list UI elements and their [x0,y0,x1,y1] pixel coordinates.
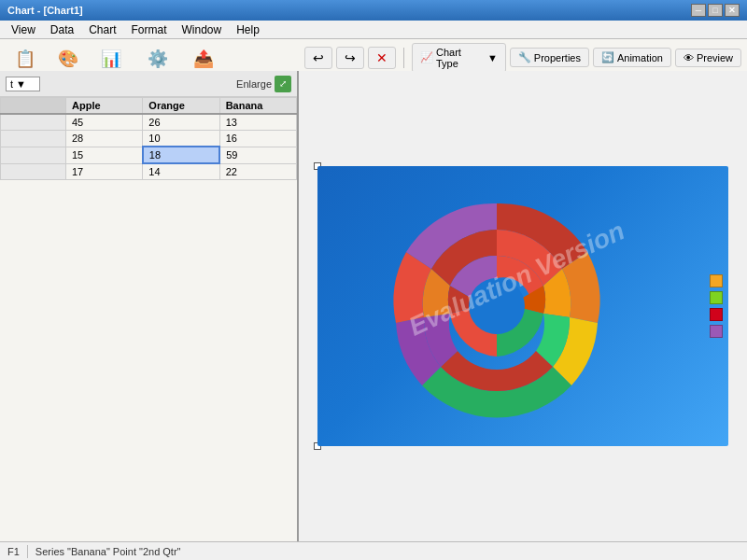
row-num-3 [1,147,66,163]
redo-icon: ↪ [345,50,356,65]
properties-icon: 🔧 [518,51,531,63]
table-row: 28 10 16 [1,131,297,147]
preview-icon: 👁 [684,52,694,63]
status-bar: F1 Series "Banana" Point "2nd Qtr" [0,541,747,560]
row-num-1 [1,114,66,131]
animation-label: Animation [617,52,663,63]
cell-apple-2[interactable]: 28 [66,131,143,147]
minimize-button[interactable]: ─ [691,4,706,17]
toolbar-separator [403,48,404,68]
enlarge-button[interactable]: Enlarge ⤢ [236,76,291,92]
left-panel: t ▼ Enlarge ⤢ Apple Orange Banana [0,71,299,541]
table-row: 15 18 59 [1,147,297,163]
animation-button[interactable]: 🔄 Animation [593,48,671,67]
col-banana: Banana [219,98,296,115]
panel-header: t ▼ Enlarge ⤢ [0,71,297,97]
properties-button[interactable]: 🔧 Properties [510,48,589,67]
cell-apple-4[interactable]: 17 [66,163,143,180]
chart-type-icon: 📈 [420,51,433,63]
menu-view[interactable]: View [4,21,43,38]
legend-item-4 [710,325,723,338]
cell-orange-2[interactable]: 10 [143,131,219,147]
title-bar-controls: ─ □ ✕ [691,4,740,17]
legend-item-2 [710,291,723,304]
redo-button[interactable]: ↪ [336,47,364,69]
enlarge-icon: ⤢ [275,76,291,92]
row-num-4 [1,163,66,180]
table-row: 45 26 13 [1,114,297,131]
panel-dropdown-label: t ▼ [10,78,26,90]
cell-orange-4[interactable]: 14 [143,163,219,180]
title-bar-title: Chart - [Chart1] [7,5,83,16]
cell-apple-3[interactable]: 15 [66,147,143,163]
cell-apple-1[interactable]: 45 [66,114,143,131]
enlarge-label: Enlarge [236,78,272,90]
maximize-button[interactable]: □ [708,4,723,17]
menu-window[interactable]: Window [175,21,230,38]
data-grid: Apple Orange Banana 45 26 13 28 [0,97,297,180]
animation-icon: 🔄 [601,51,614,63]
chart-legend [710,274,723,338]
status-separator [27,545,28,558]
svg-point-0 [469,278,525,334]
panel-dropdown[interactable]: t ▼ [6,77,40,91]
col-row-num [1,98,66,115]
preview-label: Preview [697,52,733,63]
chart-type-label: Chart Type [436,47,485,69]
cell-orange-1[interactable]: 26 [143,114,219,131]
data-table: Apple Orange Banana 45 26 13 28 [0,97,297,541]
legend-item-3 [710,308,723,321]
properties-label: Properties [534,52,581,63]
chart-type-arrow: ▼ [487,52,498,63]
table-header-row: Apple Orange Banana [1,98,297,115]
cell-orange-3-selected[interactable]: 18 [143,147,219,163]
cell-banana-1[interactable]: 13 [219,114,296,131]
chart-toolbar: ↩ ↪ ✕ 📈 Chart Type ▼ 🔧 Properties 🔄 Anim… [299,41,747,75]
styles-icon: 🎨 [55,46,81,72]
close-button[interactable]: ✕ [725,4,740,17]
chart-canvas: Evaluation Version [317,166,728,446]
data-icon: 📋 [12,46,38,72]
delete-icon: ✕ [376,50,388,65]
title-bar: Chart - [Chart1] ─ □ ✕ [0,0,747,21]
menu-data[interactable]: Data [43,21,81,38]
series-icon: 📊 [98,46,124,72]
col-apple: Apple [66,98,143,115]
col-orange: Orange [143,98,219,115]
main-area: t ▼ Enlarge ⤢ Apple Orange Banana [0,71,747,541]
cell-banana-2[interactable]: 16 [219,131,296,147]
cell-banana-3[interactable]: 59 [219,147,296,163]
menu-help[interactable]: Help [229,21,267,38]
delete-button[interactable]: ✕ [368,47,396,69]
donut-chart [366,175,627,437]
export-icon: 📤 [190,46,217,72]
preview-button[interactable]: 👁 Preview [675,49,741,67]
undo-icon: ↩ [313,50,324,65]
row-num-2 [1,131,66,147]
cell-ref: F1 [7,546,20,557]
cell-banana-4[interactable]: 22 [219,163,296,180]
menu-format[interactable]: Format [124,21,175,38]
panel-header-left: t ▼ [6,77,40,91]
chart-container: Evaluation Version [317,166,728,446]
menu-bar: View Data Chart Format Window Help [0,21,747,39]
menu-chart[interactable]: Chart [81,21,123,38]
right-panel: Evaluation Version [299,71,747,541]
legend-item-1 [710,274,723,287]
series-info: Series "Banana" Point "2nd Qtr" [35,546,181,557]
table-row: 17 14 22 [1,163,297,180]
undo-button[interactable]: ↩ [304,47,332,69]
chart-type-button[interactable]: 📈 Chart Type ▼ [412,43,506,73]
options-icon: ⚙️ [145,46,171,72]
